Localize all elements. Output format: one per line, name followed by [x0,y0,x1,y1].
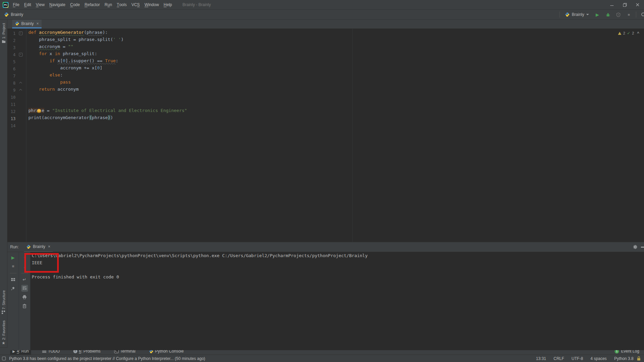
code-token: for [39,51,47,56]
close-button[interactable] [631,0,644,9]
gutter-row: 10 [7,94,26,101]
run-with-coverage-button[interactable] [615,11,622,18]
fold-collapse-icon[interactable] [16,53,26,56]
line-number[interactable]: 5 [7,60,16,64]
breadcrumb-label: Brainly [11,12,23,17]
code-token: : [116,58,118,63]
soft-wrap-icon[interactable]: ↵ [21,276,28,283]
python-file-icon [4,12,9,17]
line-number[interactable]: 1 [7,31,16,36]
run-panel-header: Run: Brainly × [7,242,644,252]
run-toolbar: Brainly ▶ ■ [560,11,644,18]
close-tab-icon[interactable]: × [48,244,50,249]
window-title: Brainly - Brainly [182,2,211,7]
line-number[interactable]: 2 [7,38,16,43]
gutter-row: 2 [7,37,26,44]
code-editor[interactable]: 1234567891011121314 def accronymGenerato… [7,29,644,242]
line-separator-widget[interactable]: CRLF [553,356,564,361]
line-number[interactable]: 8 [7,81,16,86]
breadcrumb[interactable]: Brainly [4,12,23,17]
rerun-button[interactable]: ▶ [10,254,17,261]
lock-icon[interactable] [637,356,641,361]
pin-tab-icon[interactable] [10,285,17,292]
tool-window-button-structure[interactable]: 7: Structure [2,290,6,314]
line-number[interactable]: 9 [7,88,16,93]
tool-window-button-project[interactable]: 1: Project [2,23,6,43]
line-number[interactable]: 7 [7,74,16,78]
toolbar-separator [10,273,17,273]
down-stack-trace-icon[interactable]: ↓ [21,263,28,270]
code-token: in [55,51,60,56]
code-token: ( [89,115,92,120]
menu-window[interactable]: Window [142,0,162,9]
menu-code[interactable]: Code [68,0,82,9]
menu-view[interactable]: View [33,0,47,9]
python-file-icon [26,245,31,249]
menu-edit[interactable]: Edit [22,0,33,9]
menu-tools[interactable]: Tools [115,0,129,9]
line-number[interactable]: 12 [7,109,16,114]
settings-gear-icon[interactable] [633,245,638,249]
line-number[interactable]: 13 [7,116,16,121]
editor-tab-brainly[interactable]: Brainly × [12,20,42,28]
stop-button[interactable]: ■ [625,11,632,18]
menu-file[interactable]: File [10,0,22,9]
code-line: print(accronymGenerator(phrase)) [28,115,187,122]
line-number[interactable]: 14 [7,123,16,128]
menu-vcs[interactable]: VCS [129,0,142,9]
window-frame-icon[interactable] [2,357,6,360]
scroll-to-end-icon[interactable] [21,285,28,292]
print-icon[interactable] [21,294,28,300]
inspections-widget[interactable]: 2 ✓ 2 ^ [618,31,639,36]
code-token: phrase [86,30,102,35]
fold-collapse-icon[interactable] [16,31,26,35]
run-console-tab[interactable]: Brainly × [24,242,53,252]
chevron-down-icon [586,14,589,15]
tool-window-button-favorites[interactable]: 2: Favorites ★ [2,320,6,345]
gutter-row: 6 [7,65,26,72]
fold-end-icon[interactable] [16,82,26,84]
menu-navigate[interactable]: Navigate [47,0,68,9]
line-number[interactable]: 4 [7,52,16,57]
menu-help[interactable]: Help [161,0,174,9]
encoding-widget[interactable]: UTF-8 [572,356,583,361]
up-stack-trace-icon[interactable]: ↑ [21,254,28,261]
menu-run[interactable]: Run [102,0,115,9]
indent-widget[interactable]: 4 spaces [591,356,607,361]
debug-button[interactable] [604,11,611,18]
status-message[interactable]: Python 3.8 has been configured as the pr… [9,356,205,361]
gutter-row: 1 [7,30,26,37]
hide-panel-icon[interactable] [641,247,644,248]
code-token: : [60,72,63,77]
run-button[interactable]: ▶ [594,11,601,18]
line-number[interactable]: 10 [7,95,16,100]
gutter-row: 3 [7,44,26,51]
run-panel-label: Run: [10,245,19,249]
stop-process-button[interactable]: ■ [10,263,17,270]
star-icon: ★ [2,341,5,345]
code-token: True [105,58,116,63]
code-token: x[ [57,58,63,63]
run-console-output[interactable]: C:\Users\Gabriel2\PycharmProjects\python… [30,252,644,350]
line-number[interactable]: 6 [7,67,16,71]
close-tab-icon[interactable]: × [36,21,39,26]
search-everywhere-icon[interactable] [640,11,644,18]
code-token: = [44,108,52,113]
maximize-button[interactable] [618,0,631,9]
line-number[interactable]: 11 [7,102,16,107]
menu-refactor[interactable]: Refactor [82,0,102,9]
interpreter-widget[interactable]: Python 3.8 [614,356,634,361]
line-number[interactable]: 3 [7,45,16,50]
minimize-button[interactable] [605,0,618,9]
intention-bulb-icon[interactable] [37,109,41,113]
clear-all-trash-icon[interactable] [21,302,28,309]
code-area[interactable]: def accronymGenerator(phrase): phrase_sp… [26,29,187,242]
chevron-up-icon[interactable]: ^ [637,31,639,35]
fold-end-icon[interactable] [16,89,26,91]
run-configuration-selector[interactable]: Brainly [564,12,590,18]
code-line: def accronymGenerator(phrase): [28,30,187,37]
restore-layout-icon[interactable] [10,276,17,283]
code-line [28,101,187,108]
code-token: ): [102,30,108,35]
code-token: = [60,44,68,49]
